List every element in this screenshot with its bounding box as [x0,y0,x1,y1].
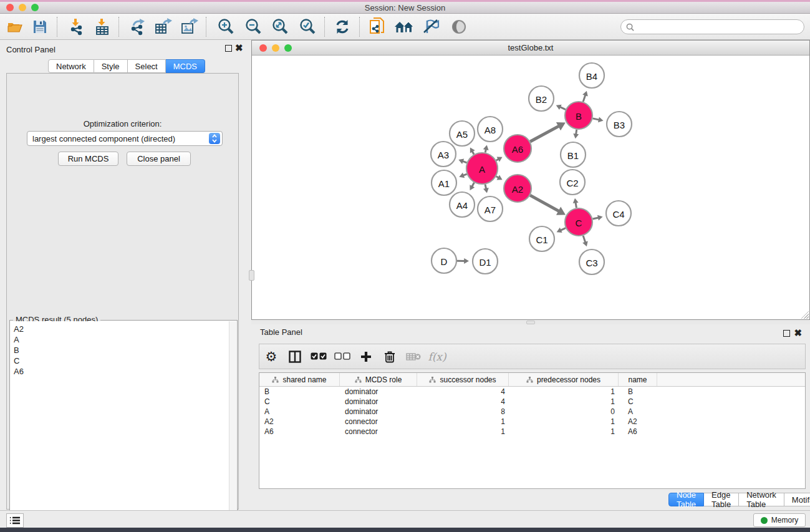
tab-network-table[interactable]: Network Table [739,493,784,506]
zoom-selected-button[interactable] [296,16,319,38]
zoom-out-button[interactable] [241,16,265,38]
criterion-select[interactable]: largest connected component (directed) [27,131,223,146]
hide-selected-button[interactable] [419,16,443,38]
result-item[interactable]: B [11,345,229,355]
fx-label: f(x) [428,351,446,363]
graph-node-C3[interactable]: C3 [579,249,604,274]
refresh-layout-button[interactable] [330,16,354,38]
export-image-button[interactable] [178,16,201,38]
column-header-shared-name[interactable]: shared name [259,373,340,386]
float-panel-icon[interactable] [225,45,232,52]
table-row[interactable]: A6connector11A6 [259,427,805,437]
tab-motifs[interactable]: Motifs [784,493,810,506]
graph-node-A1[interactable]: A1 [432,170,456,195]
eye-icon [450,19,468,35]
tab-select[interactable]: Select [128,59,166,73]
close-panel-icon[interactable]: ✖ [235,42,243,54]
tab-edge-table[interactable]: Edge Table [704,493,739,506]
graph-node-A3[interactable]: A3 [431,142,456,167]
graph-node-D[interactable]: D [432,248,456,273]
float-table-panel-icon[interactable] [783,330,790,337]
result-list-scrollbar[interactable] [229,321,236,531]
graph-node-A6[interactable]: A6 [504,135,531,162]
graph-node-B4[interactable]: B4 [579,63,604,88]
search-box[interactable] [620,19,804,34]
add-row-button[interactable] [354,346,378,368]
svg-text:B3: B3 [614,120,625,130]
graph-node-C2[interactable]: C2 [560,170,585,195]
graph-node-A7[interactable]: A7 [478,196,503,221]
svg-text:D1: D1 [479,257,491,268]
cell-shared-name: C [259,397,340,406]
open-file-button[interactable] [3,16,27,38]
new-network-from-selection-button[interactable] [365,16,389,38]
tab-style[interactable]: Style [94,59,128,73]
network-canvas[interactable]: AA1A2A3A4A5A6A7A8BB1B2B3B4CC1C2C3C4DD1 [252,56,809,319]
graph-node-C1[interactable]: C1 [529,226,554,251]
result-item[interactable]: C [11,355,229,366]
zoom-fit-icon [271,18,289,36]
cell-shared-name: B [259,387,340,396]
graph-node-C4[interactable]: C4 [606,201,631,226]
close-panel-button[interactable]: Close panel [127,152,191,166]
result-item[interactable]: A2 [11,324,229,334]
divider-grip[interactable] [249,270,254,281]
graph-node-A5[interactable]: A5 [450,121,475,146]
cell-name: C [619,397,657,406]
select-all-button[interactable] [307,346,330,368]
toolbar-separator [118,17,119,37]
export-network-button[interactable] [125,16,149,38]
close-table-panel-icon[interactable]: ✖ [794,327,802,339]
search-input[interactable] [634,22,804,31]
edge-B-B1 [576,130,577,135]
zoom-in-button[interactable] [214,16,238,38]
task-history-button[interactable] [6,513,24,528]
graph-node-D1[interactable]: D1 [473,249,498,274]
tab-node-table[interactable]: Node Table [668,493,704,506]
delete-row-button[interactable] [378,346,402,368]
graph-node-A[interactable]: A [466,153,498,184]
table-row[interactable]: Bdominator41B [259,387,805,397]
window-resize-grip[interactable] [800,310,809,319]
table-row[interactable]: Cdominator41C [259,397,805,407]
tab-network[interactable]: Network [48,59,94,73]
graph-node-B3[interactable]: B3 [607,112,632,137]
cell-name: A6 [619,427,657,436]
table-row[interactable]: A2connector11A2 [259,417,805,427]
graph-node-A4[interactable]: A4 [450,192,475,217]
graph-node-B2[interactable]: B2 [529,86,554,111]
export-table-button[interactable] [152,16,175,38]
save-session-button[interactable] [28,16,52,38]
graph-node-C[interactable]: C [565,208,592,236]
first-neighbors-button[interactable] [392,16,416,38]
graph-node-A2[interactable]: A2 [504,175,531,202]
svg-text:B: B [576,111,582,122]
graph-node-A8[interactable]: A8 [478,117,503,142]
table-settings-button[interactable]: ⚙ [259,346,283,368]
memory-button[interactable]: Memory [753,513,806,527]
arrowhead [598,117,604,122]
cell-successor-nodes: 4 [417,397,509,406]
memory-status-dot [761,517,768,524]
table-toolbar: ⚙ [259,344,806,369]
graph-node-B1[interactable]: B1 [561,142,586,167]
import-table-button[interactable] [90,16,114,38]
result-item[interactable]: A [11,334,229,345]
tab-mcds[interactable]: MCDS [166,59,205,73]
run-mcds-button[interactable]: Run MCDS [58,152,118,166]
graph-node-B[interactable]: B [565,102,592,129]
network-window-titlebar[interactable]: testGlobe.txt [252,41,809,56]
zoom-fit-button[interactable] [268,16,292,38]
edge-C-C1 [561,228,566,231]
table-row[interactable]: Adominator80A [259,407,805,417]
import-network-button[interactable] [64,16,88,38]
show-column-button[interactable] [283,346,307,368]
svg-text:A5: A5 [456,129,468,140]
column-header-predecessor-nodes[interactable]: predecessor nodes [509,373,619,386]
column-header-successor-nodes[interactable]: successor nodes [417,373,509,386]
result-item[interactable]: A6 [11,366,229,377]
show-all-button[interactable] [447,16,471,38]
column-header-MCDS-role[interactable]: MCDS role [340,373,417,386]
column-header-name[interactable]: name [619,373,657,386]
deselect-all-button[interactable] [330,346,354,368]
